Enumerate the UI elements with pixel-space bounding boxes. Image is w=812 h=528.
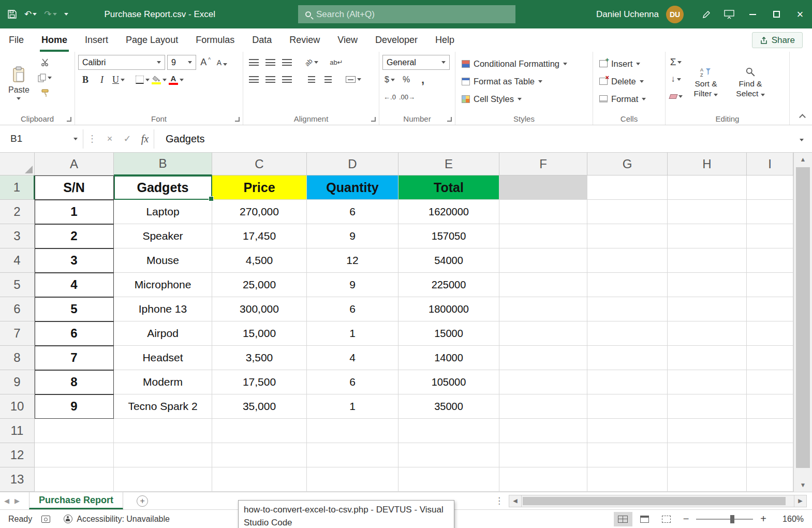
cell-G9[interactable] [587,370,668,394]
clear-button[interactable] [669,89,683,104]
column-header-G[interactable]: G [587,153,668,175]
cell-F12[interactable] [499,443,587,467]
alignment-dialog-launcher[interactable] [370,116,376,122]
cell-H4[interactable] [668,248,747,273]
format-as-table-button[interactable]: Format as Table [459,72,589,90]
cell-C12[interactable] [212,443,307,467]
row-header-6[interactable]: 6 [0,297,35,321]
tab-scroll-splitter[interactable]: ⋮ [490,495,509,506]
decrease-indent-button[interactable] [304,72,319,86]
cell-F7[interactable] [499,321,587,346]
row-header-10[interactable]: 10 [0,394,35,419]
cell-A5[interactable]: 4 [35,273,114,297]
cell-A9[interactable]: 8 [35,370,114,394]
cell-styles-button[interactable]: Cell Styles [459,90,589,108]
cell-G8[interactable] [587,346,668,370]
row-header-8[interactable]: 8 [0,346,35,370]
copy-button[interactable] [38,70,52,85]
cell-H10[interactable] [668,394,747,419]
format-cells-button[interactable]: Format [596,90,662,108]
cell-G4[interactable] [587,248,668,273]
clipboard-dialog-launcher[interactable] [66,116,72,122]
cell-E13[interactable] [398,467,499,492]
column-header-D[interactable]: D [307,153,398,175]
tab-file[interactable]: File [0,28,33,52]
new-sheet-button[interactable]: + [137,495,148,507]
cell-A13[interactable] [35,467,114,492]
cell-I4[interactable] [747,248,793,273]
zoom-slider-thumb[interactable] [730,515,734,523]
cell-I12[interactable] [747,443,793,467]
account-name[interactable]: Daniel Uchenna [596,9,659,20]
cell-H9[interactable] [668,370,747,394]
sheet-tab-purchase-report[interactable]: Purchase Report [29,492,123,509]
cell-F13[interactable] [499,467,587,492]
zoom-out-button[interactable]: − [679,513,693,525]
find-select-button[interactable]: Find & Select [729,55,772,111]
cell-I5[interactable] [747,273,793,297]
column-header-F[interactable]: F [499,153,587,175]
underline-button[interactable]: U [111,72,126,87]
cell-C3[interactable]: 17,450 [212,224,307,248]
cell-D4[interactable]: 12 [307,248,398,273]
sort-filter-button[interactable]: AZ Sort & Filter [684,55,728,111]
cell-D13[interactable] [307,467,398,492]
cell-D5[interactable]: 9 [307,273,398,297]
cell-C7[interactable]: 15,000 [212,321,307,346]
cell-F9[interactable] [499,370,587,394]
borders-button[interactable] [135,72,150,87]
cell-C6[interactable]: 300,000 [212,297,307,321]
cell-E2[interactable]: 1620000 [398,200,499,224]
cell-A12[interactable] [35,443,114,467]
cell-F3[interactable] [499,224,587,248]
align-right-button[interactable] [279,72,294,86]
cell-F8[interactable] [499,346,587,370]
cell-H3[interactable] [668,224,747,248]
cell-A11[interactable] [35,419,114,443]
fill-button[interactable]: ↓ [669,72,683,86]
cell-H5[interactable] [668,273,747,297]
cell-H2[interactable] [668,200,747,224]
cell-G2[interactable] [587,200,668,224]
collapse-ribbon-button[interactable] [799,114,806,121]
cancel-entry-button[interactable]: × [101,129,119,149]
accessibility-status[interactable]: Accessibility: Unavailable [77,515,170,524]
cell-I10[interactable] [747,394,793,419]
redo-button[interactable]: ↷ [44,10,56,19]
paste-button[interactable]: Paste [3,55,35,111]
page-layout-view-button[interactable] [636,512,654,526]
cell-E10[interactable]: 35000 [398,394,499,419]
horizontal-scroll-thumb[interactable] [523,497,786,505]
cell-B5[interactable]: Microphone [114,273,212,297]
cell-D12[interactable] [307,443,398,467]
close-button[interactable]: × [788,0,812,28]
cell-G5[interactable] [587,273,668,297]
cell-I9[interactable] [747,370,793,394]
cell-I3[interactable] [747,224,793,248]
row-header-1[interactable]: 1 [0,175,35,200]
tab-home[interactable]: Home [33,28,76,52]
cell-A6[interactable]: 5 [35,297,114,321]
conditional-formatting-button[interactable]: Conditional Formatting [459,55,589,72]
percent-button[interactable]: % [399,72,414,87]
cell-B2[interactable]: Laptop [114,200,212,224]
cell-H6[interactable] [668,297,747,321]
save-button[interactable] [7,9,17,19]
column-header-H[interactable]: H [668,153,747,175]
cell-B11[interactable] [114,419,212,443]
delete-cells-button[interactable]: Delete [596,72,662,90]
cell-E5[interactable]: 225000 [398,273,499,297]
font-color-button[interactable]: A [169,72,184,87]
cell-A2[interactable]: 1 [35,200,114,224]
merge-center-button[interactable] [346,72,361,86]
wrap-text-button[interactable]: ab↵ [329,55,344,69]
cell-E11[interactable] [398,419,499,443]
tab-developer[interactable]: Developer [366,28,426,52]
cell-D7[interactable]: 1 [307,321,398,346]
align-middle-button[interactable] [263,55,277,69]
cell-D6[interactable]: 6 [307,297,398,321]
cut-button[interactable] [38,55,52,69]
cell-D10[interactable]: 1 [307,394,398,419]
vertical-scrollbar[interactable]: ▲ ▼ [793,153,812,492]
column-header-E[interactable]: E [398,153,499,175]
